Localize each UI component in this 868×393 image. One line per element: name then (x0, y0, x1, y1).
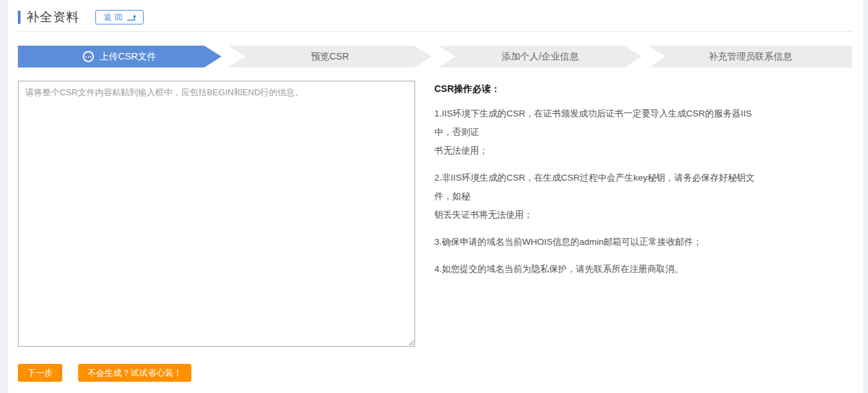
back-button[interactable]: 返回 (95, 10, 144, 24)
wizard-steps: 上传CSR文件 预览CSR 添加个人/企业信息 补充管理员联系信息 (18, 46, 852, 67)
ellipsis-circle-icon (83, 51, 94, 62)
step-upload-csr[interactable]: 上传CSR文件 (18, 46, 222, 67)
csr-note-1: 1.IIS环境下生成的CSR，在证书颁发成功后证书一定要导入生成CSR的服务器I… (434, 105, 769, 160)
csr-note-3: 3.确保申请的域名当前WHOIS信息的admin邮箱可以正常接收邮件； (434, 233, 769, 251)
bottom-actions: 下一步 不会生成？试试省心装！ (18, 364, 852, 382)
csr-content-input[interactable] (18, 81, 415, 347)
back-button-label: 返回 (104, 12, 125, 23)
step-label: 上传CSR文件 (99, 51, 156, 63)
step-preview-csr[interactable]: 预览CSR (228, 46, 432, 67)
step-admin-contact-info[interactable]: 补充管理员联系信息 (649, 46, 853, 67)
csr-note-4: 4.如您提交的域名当前为隐私保护，请先联系所在注册商取消。 (434, 260, 769, 279)
csr-notes-heading: CSR操作必读： (434, 83, 769, 95)
easy-install-button[interactable]: 不会生成？试试省心装！ (78, 364, 191, 382)
page-title: 补全资料 (26, 9, 79, 26)
title-accent-bar (18, 11, 21, 24)
step-add-personal-company-info[interactable]: 添加个人/企业信息 (438, 46, 642, 67)
header-divider (18, 31, 852, 32)
content-panel: 补全资料 返回 上传CSR文件 预览CSR 添加个人/企业信息 补充管理员联系信… (8, 0, 863, 393)
csr-note-2: 2.非IIS环境生成的CSR，在生成CSR过程中会产生key秘钥，请务必保存好秘… (434, 169, 769, 224)
return-arrow-icon (126, 14, 137, 21)
step-label: 补充管理员联系信息 (708, 51, 792, 63)
main-content: CSR操作必读： 1.IIS环境下生成的CSR，在证书颁发成功后证书一定要导入生… (18, 81, 852, 347)
page-header: 补全资料 返回 (18, 0, 852, 25)
csr-notes-panel: CSR操作必读： 1.IIS环境下生成的CSR，在证书颁发成功后证书一定要导入生… (434, 81, 769, 347)
next-step-button[interactable]: 下一步 (18, 364, 62, 382)
step-label: 添加个人/企业信息 (502, 51, 579, 63)
step-label: 预览CSR (311, 51, 349, 63)
